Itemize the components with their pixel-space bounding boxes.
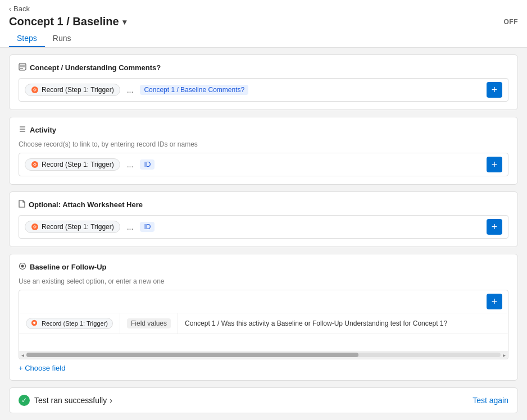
concept-comments-field-row: Record (Step 1: Trigger) ... Concept 1 /… xyxy=(19,78,508,102)
activity-app-icon xyxy=(31,161,39,168)
concept-comments-tag: Concept 1 / Baseline Comments? xyxy=(140,85,248,95)
app-icon xyxy=(31,86,39,94)
success-label: Test ran successfully xyxy=(34,396,107,405)
back-chevron-icon: ‹ xyxy=(9,5,11,13)
formula-cell-text: Concept 1 / Was this activity a Baseline… xyxy=(178,313,508,334)
activity-field-row: Record (Step 1: Trigger) ... ID + xyxy=(19,153,508,176)
scrollbar-track[interactable] xyxy=(26,353,501,357)
worksheet-tag: ID xyxy=(140,222,155,232)
svg-point-12 xyxy=(34,226,36,228)
activity-label: Activity xyxy=(30,126,56,134)
check-icon: ✓ xyxy=(19,395,30,406)
activity-pill-label: Record (Step 1: Trigger) xyxy=(42,161,114,168)
worksheet-dots-btn[interactable]: ... xyxy=(125,221,136,232)
formula-box: + Record (Step 1: Trigger) xyxy=(19,290,508,359)
activity-title: Activity xyxy=(19,125,508,135)
activity-record-pill[interactable]: Record (Step 1: Trigger) xyxy=(25,158,120,171)
svg-point-14 xyxy=(21,265,24,268)
test-again-btn[interactable]: Test again xyxy=(473,396,508,405)
concept-comments-label: Concept / Understanding Comments? xyxy=(30,63,161,72)
formula-long-text: Concept 1 / Was this activity a Baseline… xyxy=(185,319,447,327)
page-title: Concept 1 / Baseline ▾ xyxy=(9,15,126,28)
success-text: Test ran successfully › xyxy=(34,396,112,405)
success-left: ✓ Test ran successfully › xyxy=(19,395,112,406)
formula-cell-record: Record (Step 1: Trigger) xyxy=(19,313,120,334)
concept-comments-dots-btn[interactable]: ... xyxy=(125,84,136,95)
worksheet-app-icon xyxy=(31,223,39,231)
main-content: Concept / Understanding Comments? Record… xyxy=(0,48,527,420)
formula-empty-row xyxy=(19,334,508,351)
concept-comments-card: Concept / Understanding Comments? Record… xyxy=(9,54,518,110)
file-icon xyxy=(19,200,25,209)
formula-add-btn[interactable]: + xyxy=(487,294,502,309)
circle-icon xyxy=(19,262,26,272)
form-icon xyxy=(19,63,26,72)
worksheet-card: Optional: Attach Worksheet Here Record (… xyxy=(9,191,518,247)
worksheet-add-btn[interactable]: + xyxy=(487,219,502,235)
worksheet-label: Optional: Attach Worksheet Here xyxy=(29,200,143,209)
scrollbar-row[interactable]: ◂ ▸ xyxy=(19,351,508,359)
svg-point-5 xyxy=(34,89,36,91)
title-text: Concept 1 / Baseline xyxy=(9,15,119,28)
formula-record-label: Record (Step 1: Trigger) xyxy=(42,320,108,327)
baseline-helper-text: Use an existing select option, or enter … xyxy=(19,277,508,285)
test-result-row: ✓ Test ran successfully › Test again xyxy=(9,387,518,413)
concept-comments-pill-label: Record (Step 1: Trigger) xyxy=(42,86,114,94)
worksheet-title: Optional: Attach Worksheet Here xyxy=(19,200,508,209)
worksheet-record-pill[interactable]: Record (Step 1: Trigger) xyxy=(25,221,120,233)
tab-runs[interactable]: Runs xyxy=(45,30,79,47)
choose-field-btn[interactable]: + Choose field xyxy=(19,364,65,372)
activity-dots-btn[interactable]: ... xyxy=(125,159,136,170)
formula-content-row: Record (Step 1: Trigger) Field values Co… xyxy=(19,313,508,334)
back-link[interactable]: ‹ Back xyxy=(9,4,518,13)
formula-app-icon xyxy=(31,319,39,327)
success-chevron[interactable]: › xyxy=(110,396,112,405)
tab-steps[interactable]: Steps xyxy=(9,30,45,47)
formula-cell-field-values: Field values xyxy=(120,313,178,334)
concept-comments-title: Concept / Understanding Comments? xyxy=(19,63,508,72)
title-dropdown-icon[interactable]: ▾ xyxy=(122,17,126,26)
scroll-left-icon[interactable]: ◂ xyxy=(21,352,24,358)
formula-top-row: + xyxy=(19,290,508,313)
scroll-right-icon[interactable]: ▸ xyxy=(503,352,506,358)
off-badge: OFF xyxy=(504,18,519,26)
svg-point-10 xyxy=(34,164,36,166)
formula-record-pill[interactable]: Record (Step 1: Trigger) xyxy=(26,318,113,329)
back-label: Back xyxy=(13,4,30,13)
formula-field-values-tag: Field values xyxy=(127,318,171,328)
list-icon xyxy=(19,125,26,135)
concept-comments-add-btn[interactable]: + xyxy=(487,82,502,98)
baseline-card: Baseline or Follow-Up Use an existing se… xyxy=(9,254,518,381)
scrollbar-thumb xyxy=(26,353,358,357)
activity-tag: ID xyxy=(140,159,155,170)
activity-helper-text: Choose record(s) to link to, by entering… xyxy=(19,140,508,148)
worksheet-pill-label: Record (Step 1: Trigger) xyxy=(42,223,114,231)
baseline-label: Baseline or Follow-Up xyxy=(30,263,107,271)
activity-add-btn[interactable]: + xyxy=(487,157,502,172)
baseline-title: Baseline or Follow-Up xyxy=(19,262,508,272)
worksheet-field-row: Record (Step 1: Trigger) ... ID + xyxy=(19,215,508,239)
concept-comments-record-pill[interactable]: Record (Step 1: Trigger) xyxy=(25,84,120,96)
activity-card: Activity Choose record(s) to link to, by… xyxy=(9,117,518,185)
tabs: Steps Runs xyxy=(9,30,518,47)
